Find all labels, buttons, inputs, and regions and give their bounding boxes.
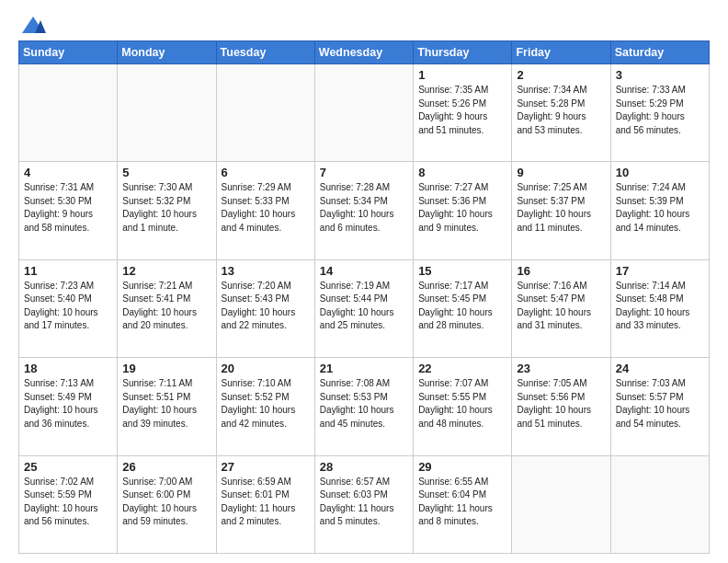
calendar-cell: 12Sunrise: 7:21 AM Sunset: 5:41 PM Dayli… (118, 259, 216, 357)
calendar-cell: 27Sunrise: 6:59 AM Sunset: 6:01 PM Dayli… (216, 455, 314, 553)
calendar-cell (314, 64, 413, 162)
calendar-week-3: 11Sunrise: 7:23 AM Sunset: 5:40 PM Dayli… (19, 259, 710, 357)
calendar-cell: 22Sunrise: 7:07 AM Sunset: 5:55 PM Dayli… (414, 358, 512, 455)
calendar-cell: 10Sunrise: 7:24 AM Sunset: 5:39 PM Dayli… (610, 162, 709, 259)
day-info: Sunrise: 7:10 AM Sunset: 5:52 PM Dayligh… (222, 377, 310, 431)
calendar-cell: 8Sunrise: 7:27 AM Sunset: 5:36 PM Daylig… (414, 162, 512, 259)
day-info: Sunrise: 7:02 AM Sunset: 5:59 PM Dayligh… (24, 476, 112, 529)
calendar-week-1: 1Sunrise: 7:35 AM Sunset: 5:26 PM Daylig… (19, 64, 710, 162)
day-info: Sunrise: 6:57 AM Sunset: 6:03 PM Dayligh… (320, 476, 408, 529)
day-number: 26 (122, 460, 210, 474)
header (18, 15, 710, 35)
day-number: 4 (24, 166, 112, 179)
calendar-cell: 1Sunrise: 7:35 AM Sunset: 5:26 PM Daylig… (414, 64, 512, 162)
day-info: Sunrise: 7:30 AM Sunset: 5:32 PM Dayligh… (122, 181, 210, 235)
calendar-cell (216, 64, 314, 162)
calendar-cell: 14Sunrise: 7:19 AM Sunset: 5:44 PM Dayli… (314, 259, 413, 357)
logo (18, 15, 46, 35)
calendar-table: SundayMondayTuesdayWednesdayThursdayFrid… (18, 40, 710, 554)
calendar-cell: 20Sunrise: 7:10 AM Sunset: 5:52 PM Dayli… (216, 358, 314, 455)
day-info: Sunrise: 7:34 AM Sunset: 5:28 PM Dayligh… (517, 84, 605, 137)
calendar-header-tuesday: Tuesday (216, 41, 314, 64)
calendar-cell: 24Sunrise: 7:03 AM Sunset: 5:57 PM Dayli… (610, 358, 709, 455)
day-number: 25 (24, 460, 112, 474)
day-number: 14 (320, 264, 408, 278)
day-number: 11 (24, 264, 112, 278)
day-number: 3 (616, 68, 704, 82)
day-info: Sunrise: 7:33 AM Sunset: 5:29 PM Dayligh… (616, 84, 704, 137)
day-info: Sunrise: 6:59 AM Sunset: 6:01 PM Dayligh… (222, 476, 310, 529)
day-number: 8 (418, 166, 506, 179)
day-info: Sunrise: 7:28 AM Sunset: 5:34 PM Dayligh… (320, 181, 408, 235)
calendar-week-2: 4Sunrise: 7:31 AM Sunset: 5:30 PM Daylig… (19, 162, 710, 259)
day-info: Sunrise: 7:20 AM Sunset: 5:43 PM Dayligh… (222, 280, 310, 333)
day-info: Sunrise: 7:35 AM Sunset: 5:26 PM Dayligh… (418, 84, 506, 137)
calendar-cell (118, 64, 216, 162)
calendar-header-friday: Friday (512, 41, 610, 64)
day-info: Sunrise: 7:07 AM Sunset: 5:55 PM Dayligh… (418, 377, 506, 431)
day-number: 13 (222, 264, 310, 278)
day-number: 1 (418, 68, 506, 82)
calendar-cell: 16Sunrise: 7:16 AM Sunset: 5:47 PM Dayli… (512, 259, 610, 357)
calendar-cell: 26Sunrise: 7:00 AM Sunset: 6:00 PM Dayli… (118, 455, 216, 553)
calendar-cell: 3Sunrise: 7:33 AM Sunset: 5:29 PM Daylig… (610, 64, 709, 162)
day-number: 5 (122, 166, 210, 179)
day-number: 27 (222, 460, 310, 474)
day-number: 24 (616, 362, 704, 375)
day-number: 7 (320, 166, 408, 179)
day-number: 28 (320, 460, 408, 474)
calendar-cell: 4Sunrise: 7:31 AM Sunset: 5:30 PM Daylig… (19, 162, 118, 259)
day-number: 16 (517, 264, 605, 278)
calendar-cell: 17Sunrise: 7:14 AM Sunset: 5:48 PM Dayli… (610, 259, 709, 357)
calendar-cell: 7Sunrise: 7:28 AM Sunset: 5:34 PM Daylig… (314, 162, 413, 259)
calendar-cell: 23Sunrise: 7:05 AM Sunset: 5:56 PM Dayli… (512, 358, 610, 455)
calendar-week-5: 25Sunrise: 7:02 AM Sunset: 5:59 PM Dayli… (19, 455, 710, 553)
day-info: Sunrise: 7:23 AM Sunset: 5:40 PM Dayligh… (24, 280, 112, 333)
calendar-cell: 29Sunrise: 6:55 AM Sunset: 6:04 PM Dayli… (414, 455, 512, 553)
logo-icon (20, 15, 46, 35)
day-number: 22 (418, 362, 506, 375)
calendar-header-saturday: Saturday (610, 41, 709, 64)
day-info: Sunrise: 7:19 AM Sunset: 5:44 PM Dayligh… (320, 280, 408, 333)
day-info: Sunrise: 7:08 AM Sunset: 5:53 PM Dayligh… (320, 377, 408, 431)
calendar-header-thursday: Thursday (414, 41, 512, 64)
day-info: Sunrise: 7:31 AM Sunset: 5:30 PM Dayligh… (24, 181, 112, 235)
calendar-cell: 28Sunrise: 6:57 AM Sunset: 6:03 PM Dayli… (314, 455, 413, 553)
day-info: Sunrise: 7:27 AM Sunset: 5:36 PM Dayligh… (418, 181, 506, 235)
calendar-cell: 15Sunrise: 7:17 AM Sunset: 5:45 PM Dayli… (414, 259, 512, 357)
calendar-header-sunday: Sunday (19, 41, 118, 64)
calendar-cell: 2Sunrise: 7:34 AM Sunset: 5:28 PM Daylig… (512, 64, 610, 162)
day-number: 23 (517, 362, 605, 375)
day-info: Sunrise: 7:13 AM Sunset: 5:49 PM Dayligh… (24, 377, 112, 431)
day-number: 21 (320, 362, 408, 375)
day-number: 18 (24, 362, 112, 375)
calendar-cell (610, 455, 709, 553)
day-info: Sunrise: 7:29 AM Sunset: 5:33 PM Dayligh… (222, 181, 310, 235)
calendar-header-monday: Monday (118, 41, 216, 64)
calendar-cell: 6Sunrise: 7:29 AM Sunset: 5:33 PM Daylig… (216, 162, 314, 259)
day-number: 9 (517, 166, 605, 179)
day-info: Sunrise: 7:11 AM Sunset: 5:51 PM Dayligh… (122, 377, 210, 431)
calendar-cell: 11Sunrise: 7:23 AM Sunset: 5:40 PM Dayli… (19, 259, 118, 357)
day-info: Sunrise: 7:05 AM Sunset: 5:56 PM Dayligh… (517, 377, 605, 431)
day-info: Sunrise: 7:24 AM Sunset: 5:39 PM Dayligh… (616, 181, 704, 235)
calendar-cell (512, 455, 610, 553)
day-number: 17 (616, 264, 704, 278)
calendar-cell: 18Sunrise: 7:13 AM Sunset: 5:49 PM Dayli… (19, 358, 118, 455)
day-info: Sunrise: 7:03 AM Sunset: 5:57 PM Dayligh… (616, 377, 704, 431)
calendar-cell: 5Sunrise: 7:30 AM Sunset: 5:32 PM Daylig… (118, 162, 216, 259)
day-number: 2 (517, 68, 605, 82)
page: SundayMondayTuesdayWednesdayThursdayFrid… (0, 0, 728, 563)
day-number: 29 (418, 460, 506, 474)
calendar-cell: 19Sunrise: 7:11 AM Sunset: 5:51 PM Dayli… (118, 358, 216, 455)
day-info: Sunrise: 7:25 AM Sunset: 5:37 PM Dayligh… (517, 181, 605, 235)
day-number: 6 (222, 166, 310, 179)
day-number: 19 (122, 362, 210, 375)
day-number: 15 (418, 264, 506, 278)
calendar-cell: 21Sunrise: 7:08 AM Sunset: 5:53 PM Dayli… (314, 358, 413, 455)
day-info: Sunrise: 7:21 AM Sunset: 5:41 PM Dayligh… (122, 280, 210, 333)
calendar-cell: 25Sunrise: 7:02 AM Sunset: 5:59 PM Dayli… (19, 455, 118, 553)
calendar-cell (19, 64, 118, 162)
day-number: 20 (222, 362, 310, 375)
day-info: Sunrise: 7:16 AM Sunset: 5:47 PM Dayligh… (517, 280, 605, 333)
